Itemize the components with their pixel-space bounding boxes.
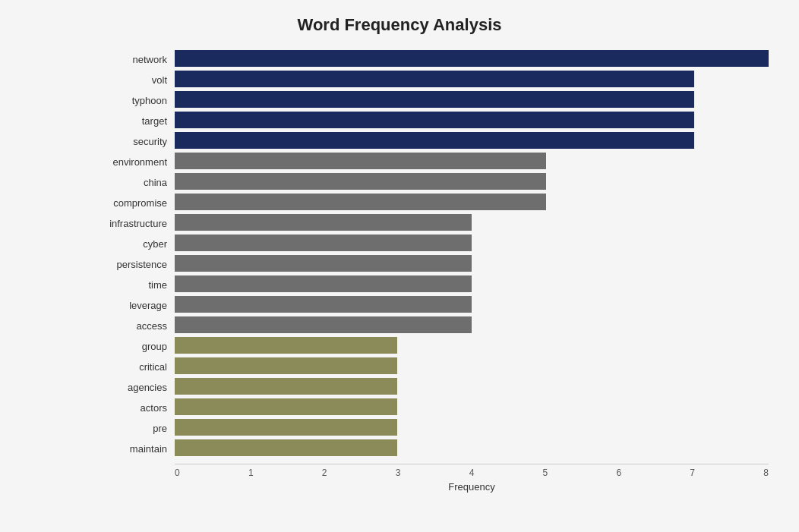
bar-label: maintain — [91, 443, 175, 455]
bar-label: persistence — [91, 259, 175, 270]
bar-label: target — [91, 115, 175, 127]
x-tick: 7 — [690, 467, 695, 478]
bar-row: compromise — [175, 194, 769, 212]
bar — [175, 378, 397, 395]
bar-label: actors — [91, 402, 175, 414]
bar-label: access — [91, 320, 175, 332]
bar-row: pre — [175, 419, 769, 437]
x-tick: 2 — [322, 467, 327, 478]
x-tick: 5 — [543, 467, 548, 478]
bar-label: compromise — [91, 197, 175, 209]
bar-label: security — [91, 136, 175, 147]
bar-row: cyber — [175, 235, 769, 253]
bar — [175, 112, 694, 128]
chart-title: Word Frequency Analysis — [30, 15, 769, 35]
bar-row: persistence — [175, 255, 769, 273]
bar — [175, 296, 472, 313]
chart-area: networkvolttyphoontargetsecurityenvironm… — [175, 50, 769, 458]
chart-container: Word Frequency Analysis networkvolttypho… — [0, 0, 799, 532]
bar-row: agencies — [175, 378, 769, 396]
bar — [175, 91, 694, 108]
bar-wrapper — [175, 357, 769, 376]
bar-wrapper — [175, 173, 769, 191]
x-tick: 0 — [175, 467, 180, 478]
bar — [175, 255, 472, 272]
bar-wrapper — [175, 153, 769, 171]
bar — [175, 71, 694, 87]
x-axis-label: Frequency — [175, 481, 769, 493]
bar-wrapper — [175, 132, 769, 150]
bar-row: infrastructure — [175, 214, 769, 232]
bar — [175, 337, 397, 354]
bar-wrapper — [175, 337, 769, 355]
bar-wrapper — [175, 50, 769, 68]
bar-wrapper — [175, 91, 769, 109]
x-axis: 012345678 — [175, 464, 769, 478]
bar-row: access — [175, 316, 769, 335]
bar-row: actors — [175, 398, 769, 417]
x-tick: 8 — [763, 467, 769, 478]
bar — [175, 214, 472, 231]
bar-label: volt — [91, 74, 175, 86]
bar-label: pre — [91, 423, 175, 434]
bar-label: cyber — [91, 238, 175, 250]
bar — [175, 419, 397, 436]
bar-row: network — [175, 50, 769, 68]
bar-wrapper — [175, 398, 769, 417]
bar — [175, 398, 397, 415]
x-tick: 1 — [248, 467, 254, 478]
bar-label: typhoon — [91, 95, 175, 106]
bar-wrapper — [175, 71, 769, 89]
bar-row: target — [175, 112, 769, 130]
bar-row: time — [175, 275, 769, 294]
bar-wrapper — [175, 296, 769, 314]
bar-label: leverage — [91, 300, 175, 311]
bar — [175, 316, 472, 333]
bar-label: group — [91, 341, 175, 352]
bar-wrapper — [175, 235, 769, 253]
bar-label: infrastructure — [91, 218, 175, 229]
bar-wrapper — [175, 275, 769, 294]
bar-label: network — [91, 54, 175, 65]
bar-label: agencies — [91, 382, 175, 393]
bar — [175, 194, 546, 210]
bar-wrapper — [175, 214, 769, 232]
bar — [175, 439, 397, 456]
bar-row: critical — [175, 357, 769, 376]
bar-label: time — [91, 279, 175, 291]
bar — [175, 173, 546, 190]
bar — [175, 357, 397, 374]
bar — [175, 153, 546, 169]
bar-wrapper — [175, 419, 769, 437]
bar-row: china — [175, 173, 769, 191]
bar-label: critical — [91, 361, 175, 373]
bar-label: environment — [91, 156, 175, 168]
bar — [175, 235, 472, 251]
bar-label: china — [91, 177, 175, 188]
bar — [175, 132, 694, 149]
bar-wrapper — [175, 316, 769, 335]
bar-row: group — [175, 337, 769, 355]
x-tick: 3 — [396, 467, 401, 478]
bar-row: environment — [175, 153, 769, 171]
bar-wrapper — [175, 112, 769, 130]
bar-wrapper — [175, 378, 769, 396]
bar-row: typhoon — [175, 91, 769, 109]
bar-row: volt — [175, 71, 769, 89]
bar-wrapper — [175, 439, 769, 458]
bar-row: leverage — [175, 296, 769, 314]
bar-wrapper — [175, 255, 769, 273]
bar-row: maintain — [175, 439, 769, 458]
x-tick: 6 — [616, 467, 621, 478]
bar — [175, 50, 769, 67]
bar — [175, 275, 472, 292]
bar-wrapper — [175, 194, 769, 212]
x-tick: 4 — [469, 467, 475, 478]
bar-row: security — [175, 132, 769, 150]
